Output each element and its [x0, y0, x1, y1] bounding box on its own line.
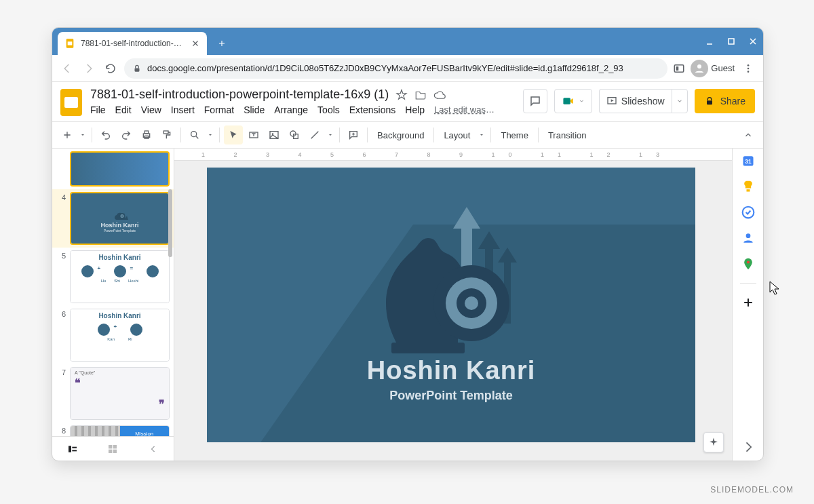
watermark: SLIDEMODEL.COM [710, 485, 794, 495]
slideshow-button[interactable]: Slideshow [599, 89, 672, 113]
transition-button[interactable]: Transition [543, 130, 592, 140]
background-button[interactable]: Background [372, 130, 429, 140]
meet-button[interactable] [554, 89, 592, 113]
addons-icon[interactable] [741, 296, 755, 309]
more-vert-icon [743, 63, 754, 74]
comment-tool[interactable] [344, 125, 363, 144]
line-dropdown[interactable] [326, 125, 335, 144]
back-button[interactable] [59, 60, 75, 77]
print-icon [141, 130, 152, 140]
redo-button[interactable] [117, 125, 136, 144]
line-tool[interactable] [305, 125, 324, 144]
arrow-right-icon [83, 62, 95, 75]
close-icon[interactable] [191, 39, 200, 48]
slide-thumb[interactable] [70, 151, 170, 187]
mouse-cursor-icon [769, 281, 780, 296]
new-slide-dropdown[interactable] [78, 125, 88, 144]
reload-button[interactable] [102, 60, 119, 77]
slides-favicon-icon [64, 38, 75, 49]
select-tool[interactable] [224, 125, 243, 144]
browser-tab[interactable]: 7881-01-self-introduction-powerpoint-tem… [58, 32, 207, 55]
maps-icon[interactable] [741, 257, 755, 271]
new-tab-button[interactable] [212, 34, 231, 53]
undo-icon [100, 130, 111, 140]
arrow-left-icon [61, 62, 73, 75]
last-edit-link[interactable]: Last edit was s... [434, 104, 495, 115]
slide-thumb[interactable]: Mission [70, 425, 170, 436]
filmstrip-view-button[interactable] [64, 441, 81, 457]
menu-insert[interactable]: Insert [171, 104, 195, 115]
reading-list-icon[interactable] [673, 62, 685, 75]
theme-button[interactable]: Theme [495, 130, 533, 140]
thumb-number: 6 [56, 309, 66, 362]
thumb-number: 7 [56, 367, 66, 420]
redo-icon [121, 130, 132, 140]
menu-tools[interactable]: Tools [317, 104, 340, 115]
chrome-menu-button[interactable] [740, 60, 756, 77]
slide-thumb[interactable]: A "Quote" ❝ ❞ [70, 367, 170, 420]
share-button[interactable]: Share [695, 89, 755, 113]
cloud-icon[interactable] [433, 89, 446, 101]
thumb-number: 8 [56, 425, 66, 436]
close-window-button[interactable] [748, 37, 758, 46]
menu-format[interactable]: Format [204, 104, 234, 115]
menu-view[interactable]: View [141, 104, 161, 115]
menu-help[interactable]: Help [405, 104, 425, 115]
svg-rect-1 [68, 41, 73, 45]
collapse-toolbar-button[interactable] [739, 125, 758, 144]
layout-dropdown[interactable] [477, 125, 486, 144]
slide-title: Hoshin Kanri [207, 356, 695, 385]
contacts-icon[interactable] [741, 231, 755, 245]
guest-label: Guest [711, 63, 735, 73]
print-button[interactable] [137, 125, 156, 144]
menu-edit[interactable]: Edit [115, 104, 132, 115]
filmstrip-icon [67, 444, 78, 454]
zoom-dropdown[interactable] [206, 125, 215, 144]
slides-logo-icon[interactable] [59, 88, 83, 117]
menu-slide[interactable]: Slide [244, 104, 265, 115]
new-slide-button[interactable] [58, 125, 77, 144]
keep-icon[interactable] [741, 180, 755, 193]
chevron-up-icon [743, 130, 753, 140]
filmstrip-collapse-button[interactable] [145, 441, 161, 457]
menu-arrange[interactable]: Arrange [274, 104, 308, 115]
slide-thumb-selected[interactable]: Hoshin Kanri PowerPoint Template [70, 192, 170, 245]
thumb-scrollbar[interactable] [168, 189, 172, 257]
forward-button[interactable] [81, 60, 97, 77]
zoom-button[interactable] [185, 125, 204, 144]
maximize-button[interactable] [726, 37, 736, 46]
image-tool[interactable] [265, 125, 284, 144]
paint-format-button[interactable] [157, 125, 176, 144]
canvas-area[interactable]: 1 2 3 4 5 6 7 8 9 10 11 12 13 [174, 149, 732, 461]
svg-point-44 [745, 233, 750, 238]
show-side-panel-button[interactable] [741, 440, 755, 454]
tasks-icon[interactable] [741, 206, 755, 219]
calendar-icon[interactable]: 31 [741, 154, 755, 168]
grid-view-button[interactable] [104, 441, 121, 457]
undo-button[interactable] [96, 125, 115, 144]
menu-extensions[interactable]: Extensions [349, 104, 395, 115]
svg-rect-35 [391, 343, 465, 353]
explore-button[interactable] [703, 432, 724, 452]
zoom-icon [189, 130, 200, 140]
svg-rect-42 [746, 189, 750, 191]
slide-canvas[interactable]: Hoshin Kanri PowerPoint Template [207, 168, 695, 442]
thumbnail-list[interactable]: 4 Hoshin Kanri PowerPoint Template 5 Hos… [52, 149, 174, 436]
textbox-tool[interactable] [244, 125, 263, 144]
star-icon[interactable] [395, 89, 408, 101]
profile-chip[interactable]: Guest [691, 60, 735, 77]
tab-title: 7881-01-self-introduction-powerpoint-tem… [81, 39, 185, 48]
move-icon[interactable] [414, 89, 427, 101]
comments-button[interactable] [523, 89, 547, 113]
slideshow-dropdown[interactable] [672, 89, 688, 113]
layout-button[interactable]: Layout [438, 130, 476, 140]
slide-thumb[interactable]: Hoshin Kanri + KanRi [70, 309, 170, 362]
slide-thumb[interactable]: Hoshin Kanri += HoShiHoshi [70, 250, 170, 303]
doc-title[interactable]: 7881-01-self-introduction-powerpoint-tem… [90, 88, 389, 102]
shape-tool[interactable] [285, 125, 304, 144]
minimize-button[interactable] [705, 37, 714, 46]
url-input[interactable]: docs.google.com/presentation/d/1D9CiL08o… [124, 58, 667, 79]
thumb-title: Hoshin Kanri [75, 312, 165, 319]
image-icon [269, 130, 279, 140]
menu-file[interactable]: File [90, 104, 106, 115]
